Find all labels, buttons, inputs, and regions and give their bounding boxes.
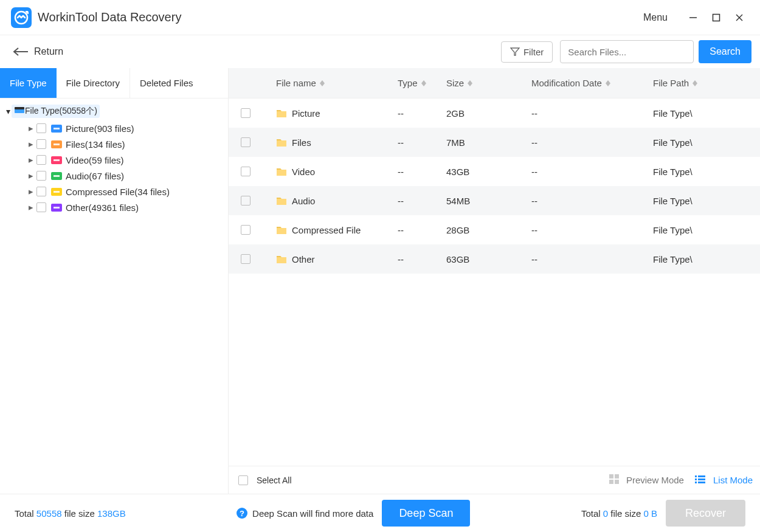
cell-date: -- <box>531 137 653 148</box>
sidebar: File Type File Directory Deleted Files ▾… <box>0 68 229 494</box>
svg-rect-34 <box>609 480 613 484</box>
checkbox[interactable] <box>241 196 250 206</box>
svg-rect-13 <box>54 143 60 145</box>
arrow-left-icon <box>12 47 29 56</box>
svg-rect-17 <box>54 175 60 177</box>
caret-right-icon: ▸ <box>27 170 35 181</box>
table-row[interactable]: Other--63GB--File Type\ <box>229 244 760 274</box>
checkbox[interactable] <box>241 167 250 176</box>
list-mode-button[interactable]: List Mode <box>695 475 753 485</box>
table-row[interactable]: Video--43GB--File Type\ <box>229 157 760 186</box>
maximize-icon <box>712 13 720 22</box>
maximize-button[interactable] <box>706 8 726 27</box>
tab-deleted-files[interactable]: Deleted Files <box>130 68 203 98</box>
checkbox[interactable] <box>241 137 250 147</box>
tree-item-label: Files(134 files) <box>66 139 125 150</box>
table-row[interactable]: Audio--54MB--File Type\ <box>229 186 760 215</box>
sort-icon <box>693 80 697 86</box>
select-all[interactable]: Select All <box>238 475 292 485</box>
svg-rect-41 <box>698 482 705 483</box>
toolbar: Return Filter Search <box>0 35 760 68</box>
category-icon <box>51 123 62 133</box>
table-body: Picture--2GB--File Type\Files--7MB--File… <box>229 98 760 466</box>
cell-size: 63GB <box>446 254 531 264</box>
col-header-size[interactable]: Size <box>446 78 531 88</box>
sort-icon <box>320 80 325 86</box>
tree-item[interactable]: ▸Files(134 files) <box>0 136 228 152</box>
list-mode-label: List Mode <box>713 475 753 485</box>
recover-button[interactable]: Recover <box>666 500 745 527</box>
cell-type: -- <box>398 108 446 119</box>
tree-item[interactable]: ▸Video(59 files) <box>0 152 228 168</box>
checkbox[interactable] <box>36 139 46 149</box>
grid-icon <box>609 474 623 486</box>
svg-marker-25 <box>421 83 426 86</box>
tree-item[interactable]: ▸Audio(67 files) <box>0 168 228 184</box>
search-input[interactable] <box>560 40 694 63</box>
main: File Type File Directory Deleted Files ▾… <box>0 68 760 494</box>
cell-size: 54MB <box>446 196 531 206</box>
minimize-icon <box>689 13 697 22</box>
caret-right-icon: ▸ <box>27 202 35 213</box>
cell-path: File Type\ <box>653 196 760 206</box>
tree-item[interactable]: ▸Compressed File(34 files) <box>0 184 228 199</box>
checkbox[interactable] <box>36 155 46 165</box>
col-header-type[interactable]: Type <box>398 78 446 88</box>
checkbox[interactable] <box>241 108 250 118</box>
tree-item[interactable]: ▸Other(49361 files) <box>0 199 228 215</box>
filter-button[interactable]: Filter <box>501 41 553 63</box>
tree-root-row[interactable]: ▾ File Type(50558个) <box>0 102 228 120</box>
svg-rect-37 <box>698 475 705 477</box>
close-icon <box>735 13 744 22</box>
deepscan-button[interactable]: Deep Scan <box>382 500 470 527</box>
search-button[interactable]: Search <box>699 40 751 63</box>
cell-path: File Type\ <box>653 225 760 235</box>
tree-item[interactable]: ▸Picture(903 files) <box>0 120 228 136</box>
cell-size: 7MB <box>446 137 531 148</box>
cell-path: File Type\ <box>653 137 760 148</box>
svg-rect-35 <box>615 480 619 484</box>
table-row[interactable]: Files--7MB--File Type\ <box>229 128 760 157</box>
cell-size: 43GB <box>446 167 531 177</box>
checkbox[interactable] <box>36 202 46 212</box>
svg-rect-39 <box>698 478 705 480</box>
checkbox[interactable] <box>241 254 250 264</box>
caret-down-icon: ▾ <box>6 106 10 116</box>
close-button[interactable] <box>730 8 749 27</box>
return-button[interactable]: Return <box>9 43 67 61</box>
tree-root-label: File Type(50558个) <box>25 106 97 117</box>
cell-type: -- <box>398 254 446 264</box>
checkbox[interactable] <box>241 225 250 235</box>
folder-icon <box>276 254 287 264</box>
checkbox[interactable] <box>36 187 46 196</box>
svg-rect-9 <box>15 107 24 109</box>
menu-button[interactable]: Menu <box>643 12 668 23</box>
svg-marker-23 <box>320 83 325 86</box>
caret-right-icon: ▸ <box>27 123 35 134</box>
table-row[interactable]: Picture--2GB--File Type\ <box>229 98 760 128</box>
svg-marker-7 <box>511 48 519 55</box>
cell-path: File Type\ <box>653 254 760 264</box>
sidebar-tabs: File Type File Directory Deleted Files <box>0 68 228 98</box>
cell-type: -- <box>398 137 446 148</box>
preview-mode-button[interactable]: Preview Mode <box>609 474 684 486</box>
tree-item-label: Picture(903 files) <box>66 123 134 134</box>
category-icon <box>51 202 62 212</box>
tab-file-type[interactable]: File Type <box>0 68 57 98</box>
caret-right-icon: ▸ <box>27 186 35 197</box>
info-icon: ? <box>237 508 247 519</box>
checkbox[interactable] <box>36 123 46 133</box>
cell-name: Picture <box>292 108 320 119</box>
col-header-date[interactable]: Modification Date <box>531 78 653 88</box>
tab-file-directory[interactable]: File Directory <box>57 68 130 98</box>
cell-name: Audio <box>292 196 315 206</box>
col-header-name[interactable]: File name <box>263 78 398 88</box>
minimize-button[interactable] <box>683 8 703 27</box>
return-label: Return <box>34 46 63 57</box>
cell-path: File Type\ <box>653 167 760 177</box>
col-header-path[interactable]: File Path <box>653 78 760 88</box>
svg-rect-19 <box>54 191 60 193</box>
checkbox[interactable] <box>238 475 248 485</box>
table-row[interactable]: Compressed File--28GB--File Type\ <box>229 215 760 244</box>
checkbox[interactable] <box>36 171 46 181</box>
